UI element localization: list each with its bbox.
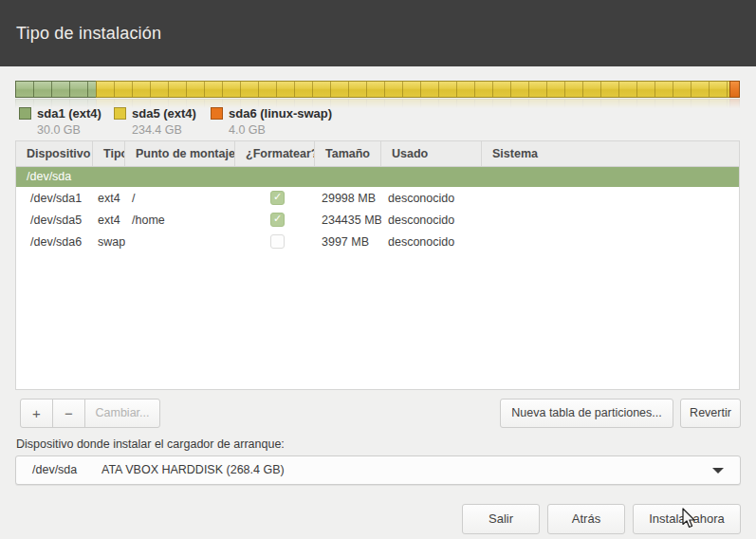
legend-label: sda6 (linux-swap) — [229, 106, 332, 121]
cell-size: 29998 MB — [315, 192, 381, 205]
partition-segment-sda6 — [729, 81, 740, 98]
legend-item-sda1: sda1 (ext4) 30.0 GB — [19, 106, 101, 137]
table-row-sda1[interactable]: /dev/sda1 ext4 / 29998 MB desconocido — [16, 187, 739, 209]
legend-size: 234.4 GB — [132, 123, 196, 137]
titlebar: Tipo de instalación — [0, 0, 756, 66]
format-checkbox[interactable] — [270, 191, 285, 205]
page-title: Tipo de instalación — [16, 0, 161, 66]
legend-item-sda5: sda5 (ext4) 234.4 GB — [114, 106, 196, 137]
cell-used: desconocido — [381, 192, 482, 205]
quit-button[interactable]: Salir — [462, 504, 540, 534]
partition-bar — [15, 81, 740, 98]
partition-segment-sda5 — [96, 81, 729, 98]
bootloader-device-dropdown[interactable]: /dev/sda ATA VBOX HARDDISK (268.4 GB) — [15, 455, 741, 485]
bootloader-label: Dispositivo donde instalar el cargador d… — [16, 437, 285, 451]
partition-edit-buttons: + − Cambiar... — [20, 399, 160, 428]
cell-type: ext4 — [93, 192, 125, 205]
revert-button[interactable]: Revertir — [680, 399, 741, 428]
format-checkbox[interactable] — [270, 234, 285, 249]
back-button[interactable]: Atrás — [547, 504, 625, 534]
cell-used: desconocido — [381, 235, 482, 249]
cell-size: 234435 MB — [315, 214, 381, 227]
legend-swatch-orange — [211, 107, 223, 120]
bootloader-device-name: /dev/sda — [32, 456, 77, 484]
legend-item-sda6: sda6 (linux-swap) 4.0 GB — [211, 106, 332, 137]
column-header-used[interactable]: Usado — [381, 141, 482, 166]
legend-swatch-yellow — [114, 107, 126, 120]
column-header-size[interactable]: Tamaño — [315, 141, 381, 166]
legend-size: 30.0 GB — [37, 123, 101, 137]
new-partition-table-button[interactable]: Nueva tabla de particiones... — [500, 399, 673, 428]
installer-window: Tipo de instalación sda1 (ext4) 30.0 GB … — [0, 0, 756, 539]
legend-swatch-green — [19, 107, 31, 120]
cell-device: /dev/sda5 — [16, 214, 93, 227]
cell-type: ext4 — [93, 214, 125, 227]
cell-device: /dev/sda1 — [16, 192, 93, 205]
remove-partition-button[interactable]: − — [52, 399, 85, 428]
change-partition-button[interactable]: Cambiar... — [84, 399, 160, 428]
table-row-disk-sda[interactable]: /dev/sda — [16, 167, 739, 187]
cell-mount: / — [125, 192, 235, 205]
column-header-type[interactable]: Tipo — [93, 141, 125, 166]
table-header: Dispositivo Tipo Punto de montaje ¿Forma… — [16, 141, 739, 167]
column-header-format[interactable]: ¿Formatear? — [235, 141, 315, 166]
table-row-sda5[interactable]: /dev/sda5 ext4 /home 234435 MB desconoci… — [16, 209, 739, 231]
cell-used: desconocido — [381, 214, 482, 227]
cell-type: swap — [93, 235, 125, 249]
legend-size: 4.0 GB — [229, 123, 332, 137]
cell-device: /dev/sda6 — [16, 235, 93, 249]
cell-size: 3997 MB — [315, 235, 381, 249]
format-checkbox[interactable] — [270, 213, 285, 227]
column-header-device[interactable]: Dispositivo — [16, 141, 93, 166]
partition-segment-sda1 — [15, 81, 96, 98]
legend-label: sda1 (ext4) — [37, 106, 101, 121]
legend-label: sda5 (ext4) — [132, 106, 196, 121]
cell-mount: /home — [125, 214, 235, 227]
chevron-down-icon — [712, 468, 724, 474]
bootloader-device-description: ATA VBOX HARDDISK (268.4 GB) — [101, 456, 285, 484]
table-row-sda6[interactable]: /dev/sda6 swap 3997 MB desconocido — [16, 231, 739, 252]
column-header-mount[interactable]: Punto de montaje — [125, 141, 235, 166]
install-now-button[interactable]: Instalar ahora — [633, 504, 741, 534]
partitions-table: Dispositivo Tipo Punto de montaje ¿Forma… — [15, 140, 740, 390]
column-header-system[interactable]: Sistema — [482, 141, 739, 166]
add-partition-button[interactable]: + — [20, 399, 53, 428]
